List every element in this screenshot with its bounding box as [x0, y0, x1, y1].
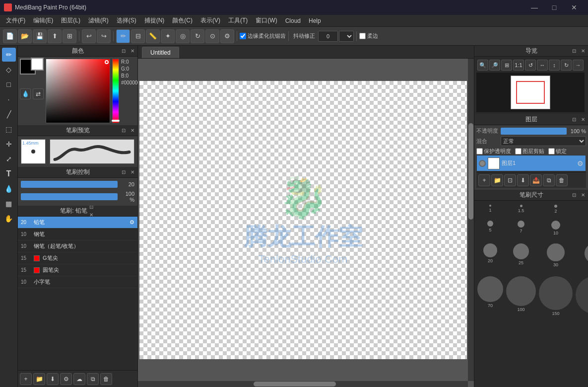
- nav-flip[interactable]: ↔: [537, 60, 548, 71]
- menu-filter[interactable]: 滤镜(R): [84, 15, 113, 26]
- layer-action-btn[interactable]: ⊡: [504, 174, 516, 186]
- brush-size-item-200[interactable]: 200: [575, 274, 588, 326]
- save-button[interactable]: 💾: [33, 29, 47, 43]
- brush-size-item-5[interactable]: 5: [476, 219, 504, 240]
- settings-brush-button[interactable]: ⚙: [60, 373, 72, 385]
- ruler-btn[interactable]: 📏: [146, 29, 160, 43]
- flip-btn[interactable]: ⊙: [205, 29, 219, 43]
- nav-rotate-right[interactable]: →: [573, 60, 584, 71]
- brush-size-item-40[interactable]: 40: [575, 241, 588, 273]
- text-tool-btn[interactable]: T: [2, 167, 16, 181]
- brush-item-pen[interactable]: 10 钢笔: [18, 229, 137, 240]
- nav-zoom-out[interactable]: 🔍: [477, 60, 488, 71]
- nav-fit[interactable]: ⊞: [501, 60, 512, 71]
- circle-tool-btn[interactable]: ◎: [176, 29, 190, 43]
- copy-layer-btn[interactable]: ⧉: [543, 174, 555, 186]
- protect-alpha-checkbox[interactable]: [476, 148, 483, 155]
- correction-select[interactable]: [339, 31, 354, 42]
- grid2-btn[interactable]: ⊟: [131, 29, 145, 43]
- transform-tool-btn[interactable]: ⤢: [2, 152, 16, 166]
- menu-edit[interactable]: 编辑(E): [29, 15, 57, 26]
- brush-size-item-100[interactable]: 100: [505, 274, 537, 326]
- lock-label[interactable]: 锁定: [548, 148, 567, 155]
- soft-edge-checkbox[interactable]: [359, 33, 366, 39]
- add-brush-button[interactable]: +: [20, 373, 32, 385]
- v-scrollbar-thumb[interactable]: [468, 123, 473, 220]
- menu-view[interactable]: 表示(V): [196, 15, 224, 26]
- menu-cloud[interactable]: Cloud: [281, 16, 305, 25]
- protect-alpha-label[interactable]: 保护透明度: [476, 148, 511, 155]
- menu-select[interactable]: 选择(S): [113, 15, 140, 26]
- size-slider[interactable]: [21, 181, 118, 188]
- brush-size-item-70[interactable]: 70: [476, 274, 504, 326]
- nav-reset[interactable]: ↻: [561, 60, 572, 71]
- redo-button[interactable]: ↪: [97, 29, 111, 43]
- menu-window[interactable]: 窗口(W): [252, 15, 281, 26]
- soft-edge-label[interactable]: 柔边: [359, 32, 378, 40]
- canvas-tab-untitled[interactable]: Untitled: [142, 47, 179, 58]
- opacity-slider[interactable]: [501, 128, 567, 135]
- brush-size-item-7[interactable]: 7: [505, 219, 537, 240]
- brush-size-panel-popout[interactable]: ⊡: [570, 191, 578, 199]
- layer-gear-1[interactable]: ⚙: [577, 159, 584, 167]
- color-panel-close[interactable]: ✕: [129, 47, 136, 55]
- menu-file[interactable]: 文件(F): [2, 15, 29, 26]
- nav-panel-popout[interactable]: ⊡: [570, 47, 578, 55]
- fill-tool-btn[interactable]: □: [2, 77, 16, 91]
- background-swatch[interactable]: [31, 58, 44, 71]
- opacity-slider[interactable]: [21, 193, 118, 200]
- brush-size-item-30[interactable]: 30: [538, 241, 574, 273]
- color-panel-popout[interactable]: ⊡: [120, 47, 128, 55]
- eyedropper-icon[interactable]: 💧: [20, 88, 31, 99]
- lock-checkbox[interactable]: [548, 148, 555, 155]
- swap-colors-btn[interactable]: ⇄: [33, 88, 44, 99]
- import-brush-button[interactable]: ⬇: [47, 373, 59, 385]
- grid-button[interactable]: ⊞: [63, 29, 76, 43]
- brush-size-item-2[interactable]: 2: [538, 203, 574, 218]
- brush-size-item-3[interactable]: 3: [575, 203, 588, 218]
- nav-zoom-in[interactable]: 🔎: [489, 60, 500, 71]
- brush-item-round-nib[interactable]: 15 圆笔尖: [18, 264, 137, 276]
- brush-size-item-10[interactable]: 10: [538, 219, 574, 240]
- menu-color[interactable]: 颜色(C): [168, 15, 196, 26]
- layers-panel-close[interactable]: ✕: [579, 116, 587, 124]
- delete-brush-button[interactable]: 🗑: [100, 373, 112, 385]
- add-layer-button[interactable]: +: [478, 174, 490, 186]
- layer-visibility-1[interactable]: [479, 160, 486, 167]
- brush-item-pen-taper[interactable]: 10 钢笔（起笔/收笔）: [18, 240, 137, 252]
- layers-panel-popout[interactable]: ⊡: [570, 116, 578, 124]
- menu-capture[interactable]: 捕捉(N): [140, 15, 169, 26]
- undo-button[interactable]: ↩: [82, 29, 96, 43]
- move-tool-btn[interactable]: ✛: [2, 137, 16, 151]
- anti-alias-checkbox[interactable]: [240, 33, 246, 39]
- brush-size-item-150[interactable]: 150: [538, 274, 574, 326]
- menu-layer[interactable]: 图层(L): [57, 15, 84, 26]
- brush-list-popout[interactable]: ⊡: [87, 206, 95, 211]
- layer-export-btn[interactable]: 📤: [530, 174, 542, 186]
- brush-tool-btn[interactable]: ✏: [2, 48, 16, 62]
- nav-100[interactable]: 1:1: [513, 60, 524, 71]
- brush-item-small[interactable]: 10 小字笔: [18, 276, 137, 288]
- select-tool-btn[interactable]: ⬚: [2, 122, 16, 136]
- correction-input[interactable]: [318, 31, 338, 42]
- merge-layer-btn[interactable]: ⬇: [517, 174, 529, 186]
- nav-panel-close[interactable]: ✕: [579, 47, 587, 55]
- add-layer-folder[interactable]: 📁: [491, 174, 503, 186]
- h-scrollbar-thumb[interactable]: [254, 382, 336, 387]
- nav-flip-v[interactable]: ↕: [549, 60, 560, 71]
- canvas[interactable]: 🐉 腾龙工作室 TenlonStudio.Com: [139, 81, 467, 359]
- gradient-btn[interactable]: ▦: [2, 197, 16, 211]
- v-scrollbar[interactable]: [468, 59, 474, 381]
- brush-list-close[interactable]: ✕: [87, 211, 95, 219]
- hand-tool-btn[interactable]: ✋: [2, 212, 16, 226]
- dot-tool-btn[interactable]: ·: [2, 92, 16, 106]
- minimize-button[interactable]: —: [524, 0, 544, 15]
- color-hue-slider[interactable]: [112, 59, 119, 123]
- brush-control-close[interactable]: ✕: [129, 168, 136, 176]
- nav-rotate-left[interactable]: ↺: [525, 60, 536, 71]
- clipping-checkbox[interactable]: [515, 148, 522, 155]
- delete-layer-btn[interactable]: 🗑: [556, 174, 568, 186]
- brush-size-item-20[interactable]: 20: [476, 241, 504, 273]
- h-scrollbar[interactable]: [138, 381, 468, 387]
- blend-mode-select[interactable]: 正常: [501, 136, 586, 146]
